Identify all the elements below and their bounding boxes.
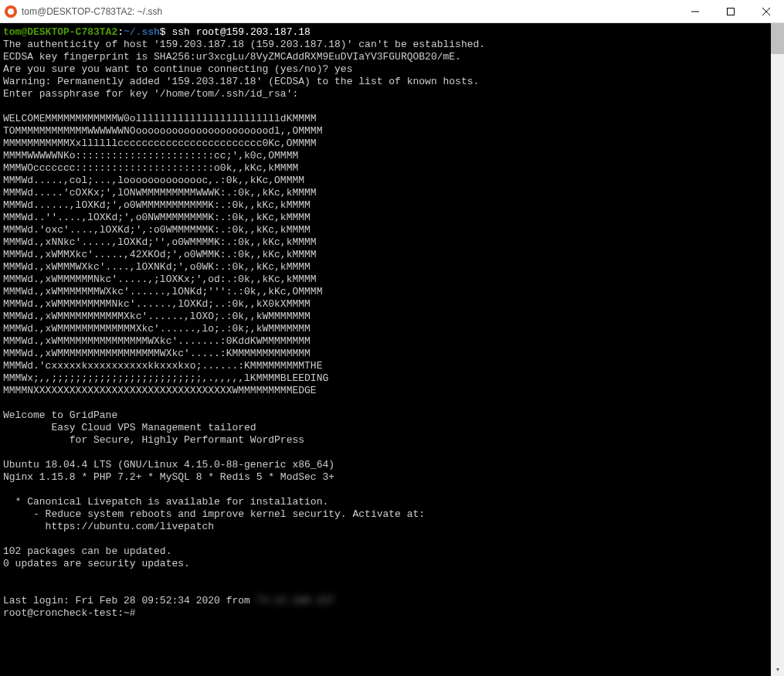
remote-prompt[interactable]: root@croncheck-test:~# [3, 607, 141, 619]
output-line: Warning: Permanently added '159.203.187.… [3, 76, 479, 87]
window-title: tom@DESKTOP-C783TA2: ~/.ssh [22, 6, 677, 17]
ascii-art-line: MMMWd.'cxxxxxkxxxxxxxxxxkkxxxkxo;......:… [3, 360, 322, 372]
prompt-command: ssh root@159.203.187.18 [171, 26, 310, 38]
minimize-button[interactable] [677, 0, 713, 22]
prompt-dollar: $ [160, 26, 172, 38]
ascii-art-line: MMMWd..''....,lOXKd;',o0NWMMMMMMMMK:.:0k… [3, 212, 311, 223]
last-login-prefix: Last login: Fri Feb 28 09:52:34 2020 fro… [3, 595, 256, 606]
scrollbar-down-arrow-icon[interactable]: ▾ [771, 663, 784, 676]
motd-line: for Secure, Highly Performant WordPress [3, 434, 304, 446]
ascii-art-line: MMMWd.,xWMMMMMMMMMMMMMMMMMWXkc'.....:KMM… [3, 348, 311, 359]
terminal-area: tom@DESKTOP-C783TA2:~/.ssh$ ssh root@159… [0, 23, 784, 676]
ascii-art-line: MMMWd.,xWMMXkc'.....,42XKOd;',o0WMMK:.:0… [3, 249, 317, 260]
ascii-art-line: MMMMNXXXXXXXXXXXXXXXXXXXXXXXXXXXXXXXXXWM… [3, 385, 317, 396]
output-line: ECDSA key fingerprint is SHA256:ur3xcgLu… [3, 51, 461, 63]
ascii-art-line: MMMWd.....,col;...,loooooooooooooc,.:0k,… [3, 175, 304, 186]
ascii-art-line: MMMWd.,xWMMMMMMMWXkc'......,lONKd;''':.:… [3, 286, 322, 297]
ascii-art-line: MMMWd.,xWMMMMMMMMMMMMMXkc'......,lo;.:0k… [3, 323, 311, 335]
ubuntu-icon [5, 5, 17, 18]
last-login-line: Last login: Fri Feb 28 09:52:34 2020 fro… [3, 595, 334, 606]
packages-line: 0 updates are security updates. [3, 558, 190, 569]
ascii-art-line: MMMWd.'oxc'....,lOXKd;',:o0WMMMMMMK:.:0k… [3, 224, 311, 236]
ascii-art-line: MMMWd.....'cOXKx;',lONWMMMMMMMMMWWWK:.:0… [3, 187, 317, 199]
window-titlebar: tom@DESKTOP-C783TA2: ~/.ssh [0, 0, 784, 23]
sysinfo-line: Nginx 1.15.8 * PHP 7.2+ * MySQL 8 * Redi… [3, 471, 334, 483]
ascii-art-line: MMMWd.,xWMMMMMMMMMNkc'......,lOXKd;..:0k… [3, 298, 311, 310]
prompt-colon: : [117, 26, 124, 38]
ascii-art-line: MMMWx;,,;;;;;;;;;;;;;;;;;;;;;;;;;,.,,,,,… [3, 372, 328, 384]
ascii-art-line: MMMWd.,xNNkc'.....,lOXKd;'',o0WMMMMK:.:0… [3, 236, 317, 248]
scrollbar-thumb[interactable] [771, 23, 784, 54]
maximize-button[interactable] [713, 0, 748, 22]
ascii-art-line: WELCOMEMMMMMMMMMMMMW0ollllllllllllllllll… [3, 113, 317, 124]
livepatch-line: https://ubuntu.com/livepatch [3, 521, 214, 532]
ascii-art-line: TOMMMMMMMMMMMMWWWWWWNOoooooooooooooooooo… [3, 125, 322, 137]
ascii-art-line: MMMMWWWWWNKo:::::::::::::::::::::::cc;',… [3, 150, 298, 161]
output-line: Are you sure you want to continue connec… [3, 63, 352, 75]
packages-line: 102 packages can be updated. [3, 545, 171, 557]
last-login-ip-redacted: 73.23.198.157 [256, 595, 334, 606]
vertical-scrollbar[interactable]: ▾ [771, 23, 784, 676]
prompt-path: ~/.ssh [124, 26, 160, 38]
output-line: The authenticity of host '159.203.187.18… [3, 39, 485, 50]
motd-line: Welcome to GridPane [3, 409, 117, 421]
ascii-art-line: MMMWd.,xWMMMMMMMMMMMMMMMWXkc'.......:0Kd… [3, 335, 311, 347]
close-button[interactable] [748, 0, 784, 22]
motd-line: Easy Cloud VPS Management tailored [3, 422, 256, 433]
svg-rect-1 [728, 8, 735, 15]
ascii-art-line: MMMWOccccccc:::::::::::::::::::::::o0k,,… [3, 162, 298, 174]
livepatch-line: * Canonical Livepatch is available for i… [3, 496, 328, 508]
ascii-art-line: MMMWd......,lOXKd;',o0WMMMMMMMMMMMK:.:0k… [3, 199, 311, 211]
ascii-art-line: MMMWd.,xWMMMMMMNkc'.....,;lOXKx;',od:.:0… [3, 273, 317, 285]
prompt-user-host: tom@DESKTOP-C783TA2 [3, 26, 117, 38]
window-controls [677, 0, 784, 22]
ascii-art-line: MMMMMMMMMMMXxllllllccccccccccccccccccccc… [3, 138, 317, 149]
ascii-art-line: MMMWd.,xWMMMMMMMMMMMXkc'......,lOXO;.:0k… [3, 311, 311, 322]
livepatch-line: - Reduce system reboots and improve kern… [3, 508, 425, 520]
terminal[interactable]: tom@DESKTOP-C783TA2:~/.ssh$ ssh root@159… [0, 23, 771, 676]
ascii-art-line: MMMWd.,xWMMMWXkc'....,lOXNKd;',o0WK:.:0k… [3, 261, 311, 273]
sysinfo-line: Ubuntu 18.04.4 LTS (GNU/Linux 4.15.0-88-… [3, 459, 334, 470]
output-line: Enter passphrase for key '/home/tom/.ssh… [3, 88, 298, 100]
